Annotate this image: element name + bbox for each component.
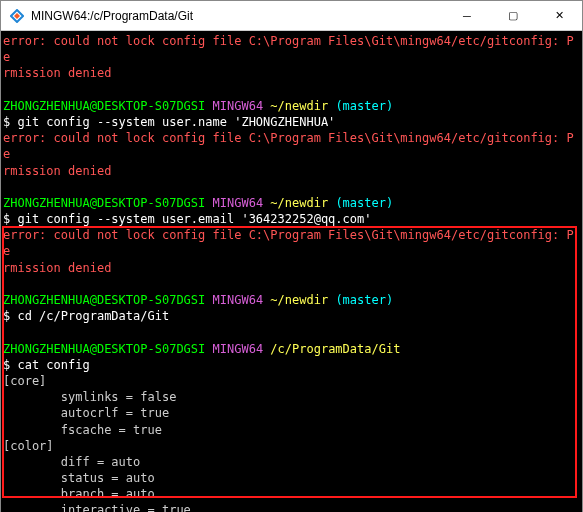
prompt-env: MINGW64 xyxy=(213,99,264,113)
output-line: fscache = true xyxy=(3,422,580,438)
prompt-env: MINGW64 xyxy=(213,342,264,356)
blank-line xyxy=(3,276,580,292)
prompt-path: ~/newdir xyxy=(270,99,328,113)
prompt-branch: (master) xyxy=(335,99,393,113)
app-icon xyxy=(9,8,25,24)
error-line: rmission denied xyxy=(3,65,580,81)
minimize-button[interactable]: ─ xyxy=(444,1,490,30)
output-line: status = auto xyxy=(3,470,580,486)
prompt-user: ZHONGZHENHUA@DESKTOP-S07DGSI xyxy=(3,99,205,113)
window-title: MINGW64:/c/ProgramData/Git xyxy=(31,9,444,23)
output-line: autocrlf = true xyxy=(3,405,580,421)
output-line: symlinks = false xyxy=(3,389,580,405)
prompt-user: ZHONGZHENHUA@DESKTOP-S07DGSI xyxy=(3,342,205,356)
output-line: branch = auto xyxy=(3,486,580,502)
prompt-env: MINGW64 xyxy=(213,196,264,210)
blank-line xyxy=(3,82,580,98)
prompt-path: ~/newdir xyxy=(270,196,328,210)
prompt-user: ZHONGZHENHUA@DESKTOP-S07DGSI xyxy=(3,196,205,210)
title-bar[interactable]: MINGW64:/c/ProgramData/Git ─ ▢ ✕ xyxy=(1,1,582,31)
prompt-user: ZHONGZHENHUA@DESKTOP-S07DGSI xyxy=(3,293,205,307)
error-line: rmission denied xyxy=(3,163,580,179)
prompt-branch: (master) xyxy=(335,196,393,210)
output-line: diff = auto xyxy=(3,454,580,470)
command-line: $ cat config xyxy=(3,357,580,373)
command-line: $ git config --system user.name 'ZHONGZH… xyxy=(3,114,580,130)
command-line: $ cd /c/ProgramData/Git xyxy=(3,308,580,324)
prompt-branch: (master) xyxy=(335,293,393,307)
output-line: interactive = true xyxy=(3,502,580,512)
svg-marker-1 xyxy=(14,13,20,19)
prompt-line: ZHONGZHENHUA@DESKTOP-S07DGSI MINGW64 ~/n… xyxy=(3,98,580,114)
window-controls: ─ ▢ ✕ xyxy=(444,1,582,30)
prompt-env: MINGW64 xyxy=(213,293,264,307)
error-line: error: could not lock config file C:\Pro… xyxy=(3,227,580,259)
prompt-path: /c/ProgramData/Git xyxy=(270,342,400,356)
terminal-window: MINGW64:/c/ProgramData/Git ─ ▢ ✕ error: … xyxy=(0,0,583,512)
close-button[interactable]: ✕ xyxy=(536,1,582,30)
command-line: $ git config --system user.email '364232… xyxy=(3,211,580,227)
terminal-body[interactable]: error: could not lock config file C:\Pro… xyxy=(1,31,582,512)
maximize-button[interactable]: ▢ xyxy=(490,1,536,30)
output-line: [color] xyxy=(3,438,580,454)
blank-line xyxy=(3,179,580,195)
output-line: [core] xyxy=(3,373,580,389)
error-line: error: could not lock config file C:\Pro… xyxy=(3,130,580,162)
prompt-line: ZHONGZHENHUA@DESKTOP-S07DGSI MINGW64 ~/n… xyxy=(3,292,580,308)
error-line: rmission denied xyxy=(3,260,580,276)
prompt-line: ZHONGZHENHUA@DESKTOP-S07DGSI MINGW64 ~/n… xyxy=(3,195,580,211)
prompt-line: ZHONGZHENHUA@DESKTOP-S07DGSI MINGW64 /c/… xyxy=(3,341,580,357)
prompt-path: ~/newdir xyxy=(270,293,328,307)
error-line: error: could not lock config file C:\Pro… xyxy=(3,33,580,65)
blank-line xyxy=(3,324,580,340)
